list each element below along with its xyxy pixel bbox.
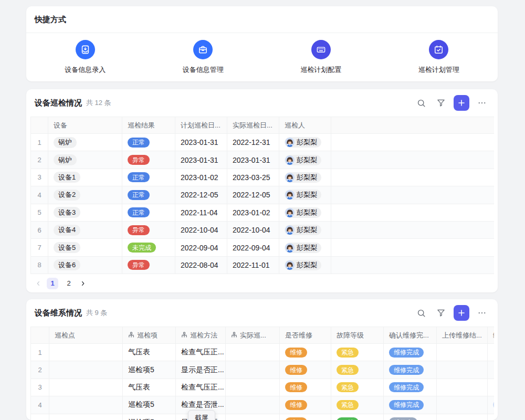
cell-repair[interactable]: 维修 — [280, 344, 331, 361]
table-row[interactable]: 6设备4异常2022-10-042022-10-04彭梨梨 — [30, 222, 494, 239]
cell-repair[interactable]: 维修 — [280, 396, 331, 413]
table-row[interactable]: 3设备1正常2023-01-022023-03-25彭梨梨 — [30, 169, 494, 186]
cell-confirm[interactable]: 维修中 — [384, 414, 437, 420]
cell-spacer[interactable] — [331, 222, 494, 238]
cell-person[interactable]: 彭梨梨 — [279, 239, 331, 256]
cell-spacer[interactable] — [331, 169, 494, 186]
cell-device[interactable]: 设备6 — [48, 257, 122, 274]
cell-plan[interactable]: 2023-01-31 — [175, 151, 227, 168]
cell-person[interactable]: 彭梨梨 — [279, 204, 331, 221]
column-header-repair[interactable]: 是否维修 — [280, 327, 331, 343]
table-row[interactable]: 1锅炉正常2023-01-312022-12-31彭梨梨 — [30, 134, 494, 151]
cell-level[interactable]: 紧急 — [331, 344, 384, 361]
table-row[interactable]: 5巡检项5显示是否正...维修一般维修中 — [30, 414, 494, 420]
cell-worker[interactable] — [488, 396, 494, 413]
column-header-spacer[interactable] — [331, 117, 494, 133]
cell-spacer[interactable] — [331, 204, 494, 221]
table-row[interactable]: 2锅炉异常2023-01-312023-01-31彭梨梨 — [30, 151, 494, 169]
column-header-actual[interactable]: 实际巡检日... — [227, 117, 279, 133]
table-row[interactable]: 2巡检项5显示是否正...维修紧急维修完成 — [30, 361, 494, 379]
cell-actual[interactable]: 2023-03-25 — [227, 169, 279, 186]
cell-item[interactable]: 气压表 — [123, 344, 176, 361]
cell-spacer[interactable] — [331, 186, 494, 203]
table-row[interactable]: 3气压表检查气压正...维修紧急维修完成 — [30, 379, 494, 396]
cell-actual[interactable] — [226, 361, 280, 378]
column-header-level[interactable]: 故障等级 — [331, 327, 384, 343]
cell-spacer[interactable] — [331, 151, 494, 168]
cell-result[interactable]: 异常 — [122, 222, 175, 238]
cell-upload[interactable] — [437, 361, 488, 378]
cell-spacer[interactable] — [331, 239, 494, 256]
cell-worker[interactable] — [488, 344, 494, 361]
table-row[interactable]: 1气压表检查气压正...维修紧急维修完成 — [30, 344, 494, 361]
cell-method[interactable]: 检查气压正... — [176, 344, 226, 361]
table-row[interactable]: 4设备2正常2022-12-052022-12-05彭梨梨 — [30, 186, 494, 204]
cell-num[interactable]: 4 — [31, 396, 49, 413]
cell-plan[interactable]: 2022-08-04 — [175, 257, 227, 274]
cell-result[interactable]: 正常 — [122, 169, 175, 186]
column-header-item[interactable]: 巡检项 — [123, 327, 176, 343]
filter-icon[interactable] — [434, 306, 448, 320]
cell-result[interactable]: 正常 — [122, 134, 175, 151]
cell-actual[interactable]: 2022-12-31 — [227, 134, 279, 151]
cell-result[interactable]: 异常 — [122, 257, 175, 274]
cell-point[interactable] — [49, 396, 123, 413]
table-row[interactable]: 8设备6异常2022-08-042022-11-01彭梨梨 — [30, 257, 494, 274]
cell-worker[interactable] — [488, 414, 494, 420]
cell-device[interactable]: 设备3 — [48, 204, 122, 221]
add-record-button[interactable] — [454, 95, 469, 111]
column-header-point[interactable]: 巡检点 — [49, 327, 123, 343]
cell-worker[interactable] — [488, 379, 494, 396]
cell-upload[interactable] — [437, 396, 488, 413]
more-icon[interactable] — [475, 96, 489, 110]
cell-repair[interactable]: 维修 — [280, 361, 331, 378]
cell-result[interactable]: 异常 — [122, 151, 175, 168]
column-header-actual[interactable]: 实际巡... — [226, 327, 280, 343]
column-header-plan[interactable]: 计划巡检日... — [175, 117, 227, 133]
cell-upload[interactable] — [437, 379, 488, 396]
cell-person[interactable]: 彭梨梨 — [279, 186, 331, 203]
cell-device[interactable]: 设备4 — [48, 222, 122, 238]
pagination-page-2[interactable]: 2 — [63, 278, 75, 289]
table-row[interactable]: 4巡检项5检查是否泄...维修紧急维修完成 — [30, 396, 494, 414]
cell-person[interactable]: 彭梨梨 — [279, 169, 331, 186]
cell-plan[interactable]: 2022-09-04 — [175, 239, 227, 256]
cell-num[interactable]: 8 — [31, 257, 48, 274]
cell-actual[interactable]: 2023-01-02 — [227, 204, 279, 221]
cell-confirm[interactable]: 维修完成 — [384, 344, 437, 361]
cell-actual[interactable]: 2022-10-04 — [227, 222, 279, 238]
cell-confirm[interactable]: 维修完成 — [384, 379, 437, 396]
cell-person[interactable]: 彭梨梨 — [279, 257, 331, 274]
cell-actual[interactable] — [226, 344, 280, 361]
cell-actual[interactable]: 2022-09-04 — [227, 239, 279, 256]
add-record-button[interactable] — [454, 305, 469, 321]
cell-confirm[interactable]: 维修完成 — [384, 396, 437, 413]
cell-num[interactable]: 4 — [31, 186, 48, 203]
cell-num[interactable]: 2 — [31, 361, 49, 378]
cell-actual[interactable]: 2022-12-05 — [227, 186, 279, 203]
cell-level[interactable]: 一般 — [331, 414, 384, 420]
cell-num[interactable]: 5 — [31, 204, 48, 221]
cell-num[interactable]: 5 — [31, 414, 49, 420]
column-header-person[interactable]: 巡检人 — [279, 117, 331, 133]
cell-num[interactable]: 1 — [31, 344, 49, 361]
cell-actual[interactable] — [226, 414, 280, 420]
shortcut-item-4[interactable]: 巡检计划管理 — [380, 40, 498, 75]
cell-actual[interactable] — [226, 379, 280, 396]
search-icon[interactable] — [414, 96, 428, 110]
cell-level[interactable]: 紧急 — [331, 379, 384, 396]
cell-person[interactable]: 彭梨梨 — [279, 151, 331, 168]
pagination-next[interactable] — [79, 280, 87, 287]
cell-num[interactable]: 6 — [31, 222, 48, 238]
column-header-confirm[interactable]: 确认维修完... — [384, 327, 437, 343]
column-header-worker[interactable]: 维 — [488, 327, 494, 343]
more-icon[interactable] — [475, 306, 489, 320]
cell-method[interactable]: 检查气压正... — [176, 379, 226, 396]
cell-level[interactable]: 紧急 — [331, 396, 384, 413]
cell-item[interactable]: 巡检项5 — [123, 396, 176, 413]
search-icon[interactable] — [414, 306, 428, 320]
cell-person[interactable]: 彭梨梨 — [279, 222, 331, 238]
cell-repair[interactable]: 维修 — [280, 379, 331, 396]
cell-plan[interactable]: 2022-11-04 — [175, 204, 227, 221]
cell-actual[interactable]: 2023-01-31 — [227, 151, 279, 168]
